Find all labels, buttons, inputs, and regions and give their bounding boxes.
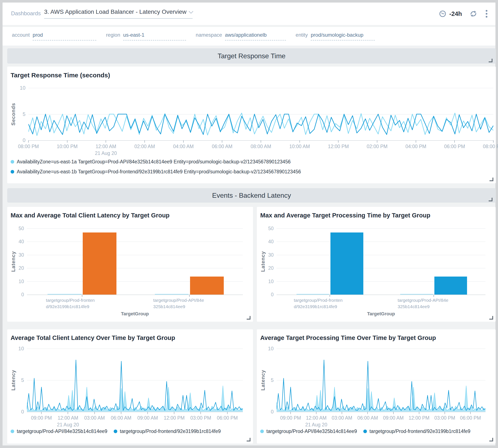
gridline [27, 255, 243, 255]
x-axis-date-label: 21 Aug 20 [305, 422, 327, 428]
x-tick-mark [189, 295, 190, 297]
x-tick-mark [316, 412, 316, 414]
x-tick-mark [82, 295, 82, 297]
category-label: targetgroup/Prod-fronten d/92e3199b1rc81… [46, 297, 118, 310]
dashboard-title-dropdown[interactable]: 3. AWS Application Load Balancer - Laten… [44, 8, 193, 19]
legend-item[interactable]: targetgroup/Prod-API/84e325b14c814ee9 [11, 429, 107, 434]
resize-handle[interactable] [247, 316, 250, 320]
legend-label: targetgroup/Prod-frontend/92e3199b1rc814… [369, 429, 470, 434]
y-tick-label: 0 [21, 409, 24, 415]
x-tick-label: 09:00 AM [383, 415, 404, 421]
x-tick-mark [454, 140, 455, 143]
x-tick-mark [433, 295, 434, 297]
filter-namespace-input[interactable]: aws/applicationelb [225, 32, 286, 40]
resize-handle[interactable] [247, 438, 250, 441]
legend-label: targetgroup/Prod-frontend/92e3199b1rc814… [120, 429, 221, 434]
resize-handle[interactable] [489, 198, 493, 201]
y-tick-label: 10 [268, 346, 274, 352]
plot-area [27, 228, 243, 295]
x-tick-mark [367, 412, 368, 414]
x-tick-mark [183, 140, 184, 143]
bar-max [83, 232, 117, 295]
x-tick-label: 10:00 PM [57, 144, 77, 149]
resize-handle[interactable] [489, 59, 493, 62]
x-tick-mark [470, 412, 471, 414]
kebab-menu-icon[interactable] [485, 10, 488, 18]
legend-item[interactable]: targetgroup/Prod-frontend/92e3199b1rc814… [363, 429, 470, 434]
y-tick-label: 10 [18, 278, 24, 284]
x-axis-date-label: 21 Aug 20 [95, 150, 117, 156]
x-tick-label: 06:00 AM [357, 415, 378, 421]
x-tick-mark [377, 140, 377, 143]
resize-handle[interactable] [489, 438, 493, 441]
legend-label: AvailabilityZone=us-east-1a TargetGroup=… [17, 159, 291, 165]
x-tick-label: 03:00 PM [434, 415, 455, 421]
gridline [27, 241, 243, 242]
legend-item[interactable]: targetgroup/Prod-frontend/92e3199b1rc814… [114, 429, 221, 434]
time-range-value[interactable]: -24h [449, 10, 462, 17]
panel-header-events-backend-latency: Events - Backend Latency [7, 188, 496, 203]
clock-icon[interactable] [439, 10, 446, 17]
legend-item[interactable]: AvailabilityZone=us-east-1b TargetGroup=… [11, 169, 301, 175]
x-tick-mark [106, 140, 106, 143]
series-line-1 [27, 360, 243, 411]
x-tick-label: 06:00 PM [460, 415, 481, 421]
series-line-1 [28, 114, 493, 135]
category-label: targetgroup/Prod-fronten d/92e3199b1rc81… [294, 297, 366, 310]
x-tick-mark [419, 412, 419, 414]
x-tick-label: 04:00 PM [405, 144, 426, 149]
line-chart-canvas [28, 88, 493, 140]
x-axis-strip: 09:00 PM12:00 AM21 Aug 2003:00 AM06:00 A… [277, 412, 485, 429]
x-tick-mark [416, 140, 416, 143]
x-tick-label: 12:00 AM [58, 415, 78, 421]
y-tick-label: 30 [268, 252, 274, 258]
bar-max [190, 277, 224, 295]
x-tick-label: 12:00 PM [328, 144, 349, 149]
filter-entity: entity prod/sumologic-backup [296, 32, 375, 40]
plot-area [277, 349, 485, 412]
x-tick-mark [94, 412, 95, 414]
x-tick-mark [227, 412, 228, 414]
x-tick-label: 12:00 AM [306, 415, 327, 421]
legend-dot [363, 430, 367, 433]
x-tick-label: 12:00 PM [409, 415, 430, 421]
line-chart-canvas [27, 349, 243, 412]
category-label: targetgroup/Prod-API/84e 325b14c814ee9 [398, 297, 470, 310]
y-tick-label: 5 [271, 377, 274, 383]
x-tick-label: 08:00 PM [483, 144, 498, 149]
series-line-0 [277, 386, 485, 411]
y-tick-label: 30 [18, 252, 24, 258]
chart-avg-total-client-latency-over-time: Average Total Client Latency Over Time b… [7, 329, 253, 444]
x-tick-mark [342, 412, 342, 414]
gridline [277, 268, 485, 268]
breadcrumb[interactable]: Dashboards [11, 10, 41, 17]
legend-item[interactable]: AvailabilityZone=us-east-1a TargetGroup=… [11, 159, 301, 165]
filter-entity-input[interactable]: prod/sumologic-backup [311, 32, 375, 40]
x-tick-label: 02:00 PM [367, 144, 387, 149]
line-chart-canvas [277, 349, 485, 412]
filter-account-input[interactable]: prod [33, 32, 96, 40]
x-axis-strip: 09:00 PM12:00 AM21 Aug 2003:00 AM06:00 A… [27, 412, 243, 429]
dashboard-page: Dashboards 3. AWS Application Load Balan… [2, 2, 496, 446]
x-axis-strip: targetgroup/Prod-fronten d/92e3199b1rc81… [277, 295, 485, 312]
x-tick-mark [41, 412, 42, 414]
filter-label: account [12, 32, 30, 40]
legend-dot [11, 170, 14, 174]
refresh-icon[interactable] [470, 10, 477, 17]
x-tick-label: 06:00 AM [111, 415, 131, 421]
x-tick-label: 06:00 PM [217, 415, 237, 421]
legend-item[interactable]: targetgroup/Prod-API/84e325b14c814ee9 [260, 429, 357, 434]
y-tick-label: 40 [18, 239, 24, 245]
x-tick-label: 09:00 PM [31, 415, 52, 421]
chart-target-response-time-seconds: Target Response Time (seconds)Seconds051… [7, 66, 496, 183]
filter-region-input[interactable]: us-east-1 [123, 32, 186, 40]
series-line-1 [277, 360, 485, 411]
resize-handle[interactable] [489, 316, 493, 320]
x-axis-date-label: 21 Aug 20 [57, 422, 79, 428]
chart-max-avg-target-processing-time: Max and Average Target Processing Time b… [257, 207, 496, 322]
resize-handle[interactable] [490, 177, 493, 181]
legend: AvailabilityZone=us-east-1a TargetGroup=… [11, 159, 301, 175]
chart-max-avg-total-client-latency: Max and Average Total Client Latency by … [7, 207, 253, 322]
y-tick-label: 40 [268, 239, 274, 245]
x-tick-label: 03:00 AM [84, 415, 105, 421]
